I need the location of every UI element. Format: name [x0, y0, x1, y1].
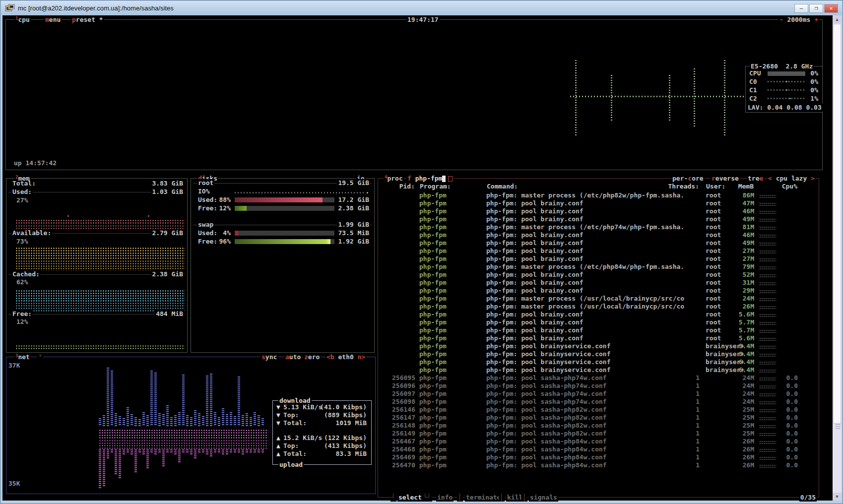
process-row[interactable]: 256469php-fpmphp-fpm: pool sasha-php84w.… — [378, 453, 819, 461]
process-row[interactable]: 143688php-fpmphp-fpm: pool brainy.conf1r… — [378, 247, 819, 255]
cpu-box-title[interactable]: 1cpu — [14, 16, 31, 24]
proc-program: php-fpm — [419, 366, 447, 374]
proc-mem-minigraph — [759, 448, 776, 452]
process-row[interactable]: 256470php-fpmphp-fpm: pool sasha-php84w.… — [378, 461, 819, 469]
download-graph-bar — [242, 415, 244, 426]
process-row[interactable]: 256096php-fpmphp-fpm: pool sasha-php74w.… — [378, 382, 819, 390]
net-zero-toggle[interactable]: zero — [303, 353, 321, 361]
download-graph-bar — [174, 415, 177, 426]
process-row[interactable]: 979php-fpmphp-fpm: pool brainyservice.co… — [378, 350, 819, 358]
download-graph-bar — [198, 413, 200, 426]
proc-cpu: 0.0 — [786, 191, 798, 199]
download-graph-bar — [134, 417, 137, 426]
proc-mem: 25M — [743, 422, 754, 430]
poll-plus-button: + — [814, 16, 818, 23]
process-row[interactable]: 133370php-fpmphp-fpm: pool brainy.conf1r… — [378, 215, 819, 223]
column-command[interactable]: Command: — [486, 183, 519, 190]
proc-command: php-fpm: pool brainyservice.conf — [486, 342, 610, 350]
column-threads[interactable]: Threads: — [667, 183, 700, 190]
text-cursor-icon — [442, 176, 446, 182]
proc-program: php-fpm — [419, 350, 447, 358]
proc-filter-input[interactable]: f php-fpm — [406, 175, 454, 183]
process-row[interactable]: 256095php-fpmphp-fpm: pool sasha-php74w.… — [378, 374, 819, 382]
mem-available-label: Available: — [11, 229, 52, 237]
footer-terminate[interactable]: terminate — [465, 494, 502, 502]
process-row[interactable]: 256098php-fpmphp-fpm: pool sasha-php74w.… — [378, 398, 819, 406]
column-program[interactable]: Program: — [419, 183, 452, 190]
process-row[interactable]: 256316php-fpmphp-fpm: master process (/e… — [378, 263, 819, 271]
process-row[interactable]: 256149php-fpmphp-fpm: pool sasha-php82w.… — [378, 430, 819, 438]
process-row[interactable]: 133368php-fpmphp-fpm: pool brainy.conf1r… — [378, 231, 819, 239]
process-row[interactable]: 133369php-fpmphp-fpm: pool brainy.conf1r… — [378, 207, 819, 215]
process-row[interactable]: 256093php-fpmphp-fpm: master process (/e… — [378, 223, 819, 231]
column-user[interactable]: User: — [705, 183, 726, 190]
process-row[interactable]: 977php-fpmphp-fpm: pool brainy.conf1root… — [378, 334, 819, 342]
proc-command: php-fpm: pool sasha-php84w.conf — [486, 445, 607, 453]
net-box-title[interactable]: 3net — [14, 353, 31, 361]
process-row[interactable]: 256148php-fpmphp-fpm: pool sasha-php82w.… — [378, 422, 819, 430]
net-auto-toggle[interactable]: auto — [284, 353, 302, 361]
proc-command: php-fpm: pool brainy.conf — [486, 215, 584, 223]
process-row[interactable]: 974php-fpmphp-fpm: pool brainy.conf1root… — [378, 311, 819, 318]
process-row[interactable]: 133364php-fpmphp-fpm: master process (/u… — [378, 295, 819, 303]
poll-interval[interactable]: - 2000ms + — [778, 16, 819, 24]
download-top-label: Top: — [282, 411, 300, 419]
process-row[interactable]: 256147php-fpmphp-fpm: pool sasha-php82w.… — [378, 414, 819, 422]
proc-cpu: 0.0 — [786, 358, 798, 366]
proc-box-title[interactable]: 4proc — [384, 175, 404, 183]
process-row[interactable]: 256145php-fpmphp-fpm: master process (/e… — [378, 191, 819, 199]
proc-mem-minigraph — [759, 258, 776, 261]
preset-button[interactable]: preset * — [71, 16, 104, 24]
download-graph-bar — [194, 410, 196, 426]
download-graph-bar — [170, 417, 173, 426]
footer-separator: └┘ — [422, 494, 432, 502]
proc-threads: 1 — [696, 318, 700, 326]
process-row[interactable]: 200523php-fpmphp-fpm: pool brainy.conf1r… — [378, 279, 819, 287]
proc-cpu: 0.0 — [786, 414, 798, 422]
process-row[interactable]: 256097php-fpmphp-fpm: pool sasha-php74w.… — [378, 390, 819, 398]
process-row[interactable]: 200809php-fpmphp-fpm: pool brainy.conf1r… — [378, 287, 819, 295]
column-mem[interactable]: MemB — [737, 183, 755, 190]
proc-program: php-fpm — [419, 239, 447, 247]
download-graph-bar — [186, 415, 189, 426]
proc-user: root — [706, 279, 721, 287]
proc-cpu: 0.0 — [786, 430, 798, 438]
column-cpu[interactable]: Cpu% — [781, 183, 798, 190]
process-row[interactable]: 256146php-fpmphp-fpm: pool sasha-php82w.… — [378, 406, 819, 414]
upload-graph-bar — [138, 449, 141, 453]
per-core-toggle[interactable]: per-core — [671, 175, 705, 183]
proc-mem: 24M — [743, 390, 754, 398]
process-row[interactable]: 978php-fpmphp-fpm: pool brainyservice.co… — [378, 342, 819, 350]
menu-button[interactable]: menu — [44, 16, 62, 24]
process-row[interactable]: 200810php-fpmphp-fpm: pool brainy.conf1r… — [378, 271, 819, 279]
proc-pid: 978 — [404, 342, 415, 350]
core0-label: C0 — [748, 78, 758, 86]
proc-user: root — [706, 231, 721, 239]
net-sync-toggle[interactable]: sync — [260, 353, 278, 361]
process-row[interactable]: 133367php-fpmphp-fpm: pool brainy.conf1r… — [378, 199, 819, 207]
process-row[interactable]: 975php-fpmphp-fpm: pool brainy.conf1root… — [378, 318, 819, 326]
column-pid[interactable]: Pid: — [398, 183, 416, 190]
sort-selector[interactable]: < cpu lazy > — [767, 175, 816, 183]
proc-command: php-fpm: pool sasha-php82w.conf — [486, 414, 607, 422]
process-row[interactable]: 256467php-fpmphp-fpm: pool sasha-php84w.… — [378, 438, 819, 445]
footer-select[interactable]: select — [397, 494, 423, 502]
process-row[interactable]: 146627php-fpmphp-fpm: pool brainy.conf1r… — [378, 255, 819, 263]
proc-command: php-fpm: pool sasha-php74w.conf — [486, 390, 607, 398]
net-interface-switcher[interactable]: <b eth0 n> — [325, 353, 366, 361]
proc-mem: 26M — [743, 303, 754, 311]
process-row[interactable]: 976php-fpmphp-fpm: pool brainy.conf1root… — [378, 326, 819, 334]
download-graph-bar — [99, 418, 101, 426]
reverse-toggle[interactable]: reverse — [711, 175, 740, 183]
process-row[interactable]: 133371php-fpmphp-fpm: pool brainyservice… — [378, 358, 819, 366]
tree-toggle[interactable]: tree — [747, 175, 764, 183]
proc-program: php-fpm — [419, 215, 447, 223]
process-row[interactable]: 133372php-fpmphp-fpm: pool brainyservice… — [378, 366, 819, 374]
process-row[interactable]: 739php-fpmphp-fpm: master process (/usr/… — [378, 303, 819, 311]
proc-mem-minigraph — [759, 361, 776, 365]
process-row[interactable]: 133366php-fpmphp-fpm: pool brainy.conf1r… — [378, 239, 819, 247]
disk-swap-free-value: 1.92 GiB — [337, 238, 370, 246]
footer-info[interactable]: info — [436, 494, 454, 502]
footer-signals[interactable]: signals — [529, 494, 558, 502]
process-row[interactable]: 256468php-fpmphp-fpm: pool sasha-php84w.… — [378, 445, 819, 453]
